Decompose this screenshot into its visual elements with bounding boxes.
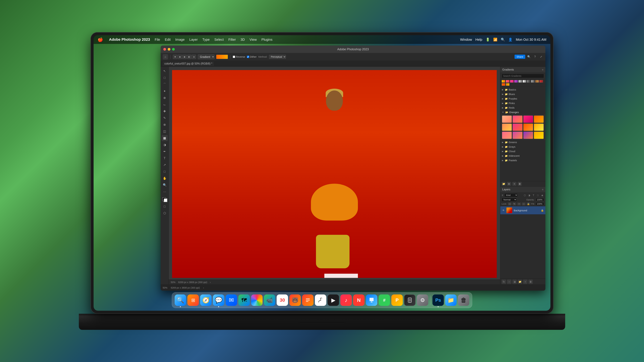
orange-grad-1[interactable] <box>502 115 512 123</box>
maps-dock-icon[interactable]: 🗺 <box>238 295 250 306</box>
rectangular-marquee-tool[interactable]: □ <box>162 75 168 81</box>
layer-visibility-toggle[interactable]: 👁 <box>502 209 505 212</box>
orange-grad-2[interactable] <box>512 115 522 123</box>
path-selection-tool[interactable]: ↗ <box>162 162 168 168</box>
maximize-button[interactable] <box>172 48 175 51</box>
calendar-dock-icon[interactable]: 30 <box>277 295 288 306</box>
gradients-panel-collapse[interactable]: ≡ <box>542 68 544 71</box>
new-folder-btn[interactable]: 📁 <box>502 182 506 186</box>
gradient-folder-cloud[interactable]: ▶ 📁 Cloud <box>500 149 546 153</box>
orange-grad-3[interactable] <box>523 115 533 123</box>
news-dock-icon[interactable]: N <box>353 295 364 306</box>
gradient-folder-grays[interactable]: ▶ 📁 Grays <box>500 144 546 149</box>
simulator-dock-icon[interactable] <box>404 295 416 306</box>
menubar-select[interactable]: Select <box>214 38 224 41</box>
lock-transparent-btn[interactable]: ⬡ <box>508 202 512 205</box>
menubar-filter[interactable]: Filter <box>228 38 236 41</box>
system-prefs-dock-icon[interactable]: ⚙ <box>417 295 428 306</box>
preset-swatch-12[interactable] <box>506 83 510 86</box>
bear-dock-icon[interactable]: 🐻 <box>290 295 301 306</box>
filter-shape-btn[interactable]: □ <box>536 193 540 197</box>
gradient-type-1[interactable]: ■ <box>173 55 177 59</box>
orange-grad-5[interactable] <box>502 123 512 131</box>
lock-artboard-btn[interactable]: □ <box>522 202 526 205</box>
menubar-search-icon[interactable]: 🔍 <box>501 37 505 41</box>
search-icon-btn[interactable]: 🔍 <box>526 54 531 59</box>
more-tools[interactable]: ⋯ <box>162 189 168 195</box>
menubar-app-name[interactable]: Adobe Photoshop 2023 <box>109 37 150 42</box>
method-select[interactable]: Perceptual <box>269 55 286 59</box>
ps-document-tab[interactable]: colorful_oretur007.jpg @ 50% (RGB/8) * <box>163 61 214 66</box>
keynote-dock-icon[interactable] <box>366 295 377 306</box>
adjustment-layer-btn[interactable]: ◑ <box>512 280 517 284</box>
gradient-tool-dropdown[interactable]: Gradient <box>198 54 214 59</box>
opacity-input[interactable] <box>536 198 544 201</box>
menubar-plugins[interactable]: Plugins <box>262 38 272 41</box>
layer-mask-btn[interactable]: ○ <box>507 280 511 284</box>
menubar-window[interactable]: Window <box>460 38 472 41</box>
menubar-image[interactable]: Image <box>175 38 185 41</box>
preset-swatch-9[interactable] <box>535 80 539 83</box>
shape-tool[interactable]: □ <box>162 169 168 175</box>
artboard-tool[interactable]: ⬡ <box>162 210 168 216</box>
gradient-type-2[interactable]: ◆ <box>178 55 182 59</box>
preset-swatch-5[interactable] <box>518 80 522 83</box>
hand-tool[interactable]: ✋ <box>162 175 168 181</box>
orange-grad-7[interactable] <box>523 123 533 131</box>
gradient-folder-basics[interactable]: ▶ 📁 Basics <box>500 87 546 92</box>
facetime-dock-icon[interactable]: 📹 <box>264 295 276 306</box>
dither-checkbox[interactable] <box>247 56 249 58</box>
photoshop-dock-icon[interactable]: Ps <box>432 295 444 306</box>
launchpad-dock-icon[interactable]: ⊞ <box>188 295 199 306</box>
gradients-search-input[interactable] <box>502 74 544 78</box>
move-tool[interactable]: ↖ <box>162 68 168 74</box>
lock-image-btn[interactable]: ✎ <box>512 202 516 205</box>
orange-grad-10[interactable] <box>512 132 522 139</box>
gradient-preview-swatch[interactable] <box>216 55 228 59</box>
menubar-type[interactable]: Type <box>202 38 210 41</box>
gradient-type-4[interactable]: ◧ <box>187 55 191 59</box>
preset-swatch-6[interactable] <box>522 80 526 83</box>
crop-tool[interactable]: ⊕ <box>162 95 168 101</box>
preset-swatch-1[interactable] <box>502 80 505 83</box>
eyedropper-tool[interactable]: ⌙ <box>162 102 168 108</box>
delete-layer-btn[interactable]: 🗑 <box>528 280 533 284</box>
dodge-tool[interactable]: ◑ <box>162 142 168 148</box>
finder-dock-icon[interactable]: 🔍 <box>175 295 186 306</box>
lock-position-btn[interactable]: + <box>517 202 521 205</box>
fg-bg-colors[interactable] <box>162 197 168 203</box>
preset-swatch-3[interactable] <box>510 80 514 83</box>
type-tool[interactable]: T <box>162 155 168 161</box>
appletv-dock-icon[interactable]: ▶ <box>328 295 339 306</box>
gradient-folder-iridescent[interactable]: ▶ 📁 Iridescent <box>500 153 546 158</box>
menubar-view[interactable]: View <box>250 38 257 41</box>
help-icon-btn[interactable]: ? <box>533 54 537 59</box>
menubar-file[interactable]: File <box>155 38 160 41</box>
orange-grad-12[interactable] <box>534 132 544 139</box>
filter-pixel-btn[interactable]: ⬡ <box>523 193 526 197</box>
preset-swatch-2[interactable] <box>506 80 510 83</box>
gradient-folder-oranges[interactable]: ▼ 📂 Oranges <box>500 110 546 114</box>
zoom-tool[interactable]: 🔍 <box>162 182 168 188</box>
layers-kind-select[interactable]: Kind <box>504 193 518 197</box>
orange-grad-6[interactable] <box>512 123 522 131</box>
gradient-type-3[interactable]: ◉ <box>182 55 187 59</box>
orange-grad-4[interactable] <box>534 115 544 123</box>
minimize-button[interactable] <box>168 48 170 51</box>
gradient-folder-pinks[interactable]: ▶ 📁 Pinks <box>500 101 546 105</box>
mail-dock-icon[interactable]: ✉ <box>226 295 237 306</box>
expand-icon-btn[interactable]: ⤢ <box>539 54 544 59</box>
lasso-tool[interactable]: ⌒ <box>162 81 168 87</box>
preset-swatch-11[interactable] <box>502 83 505 86</box>
grid-view-btn[interactable]: ⊞ <box>507 182 511 186</box>
preset-swatch-8[interactable] <box>531 80 535 83</box>
gradient-folder-greens[interactable]: ▶ 📁 Greens <box>500 140 546 144</box>
menubar-user-icon[interactable]: 👤 <box>508 37 512 41</box>
brush-tool[interactable]: ✎ <box>162 115 168 121</box>
share-button[interactable]: Share <box>514 55 525 59</box>
preset-swatch-4[interactable] <box>514 80 518 83</box>
orange-grad-11[interactable] <box>523 132 533 139</box>
gradient-folder-blues[interactable]: ▶ 📁 Blues <box>500 92 546 96</box>
reminders-dock-icon[interactable] <box>302 295 314 306</box>
blend-mode-select[interactable]: Normal <box>502 198 517 202</box>
